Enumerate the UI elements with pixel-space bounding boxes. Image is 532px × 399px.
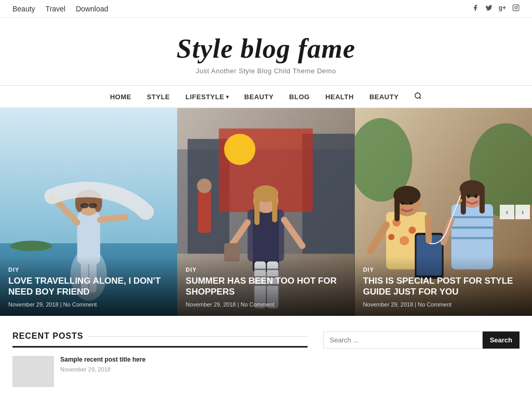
slide-1-category: DIY [8, 267, 169, 273]
nav-beauty[interactable]: BEAUTY [244, 93, 273, 101]
svg-rect-56 [394, 195, 400, 221]
slide-3-overlay: DIY THIS IS SPECIAL POST FOR STYLE GUIDE… [355, 256, 532, 316]
svg-point-70 [459, 199, 462, 202]
social-icons: g+ [472, 4, 520, 13]
svg-point-68 [467, 195, 470, 198]
nav-lifestyle[interactable]: LIFESTYLE ▾ [185, 93, 229, 101]
recent-posts-title: RECENT POSTS [12, 331, 308, 348]
nav-home[interactable]: HOME [110, 93, 131, 101]
top-bar: Beauty Travel Download g+ [0, 0, 532, 18]
svg-line-18 [100, 217, 125, 220]
svg-point-52 [400, 236, 409, 245]
svg-point-26 [224, 134, 256, 165]
svg-point-15 [89, 203, 97, 208]
slide-1[interactable]: DIY LOVE TRAVELLING ALONE, I DON'T NEED … [0, 108, 177, 316]
twitter-icon[interactable] [485, 4, 493, 13]
featured-slider: DIY LOVE TRAVELLING ALONE, I DON'T NEED … [0, 108, 532, 316]
top-nav-beauty[interactable]: Beauty [12, 5, 35, 13]
slide-3-meta: November 29, 2018 | No Comment [363, 301, 524, 308]
instagram-icon[interactable] [512, 4, 520, 13]
svg-rect-28 [248, 209, 284, 261]
nav-beauty2[interactable]: BEAUTY [369, 93, 398, 101]
nav-health[interactable]: HEALTH [325, 93, 354, 101]
svg-point-3 [415, 93, 420, 98]
svg-point-1 [515, 7, 517, 9]
slide-2-category: DIY [185, 267, 346, 273]
svg-rect-31 [255, 194, 260, 225]
svg-line-73 [428, 217, 429, 241]
top-nav-download[interactable]: Download [76, 5, 108, 13]
slide-2-overlay: DIY SUMMER HAS BEEN TOO HOT FOR SHOPPERS… [177, 256, 354, 316]
search-button[interactable]: Search [483, 331, 520, 349]
nav-blog[interactable]: BLOG [289, 93, 310, 101]
site-title: Style blog fame [10, 33, 522, 64]
nav-style[interactable]: STYLE [147, 93, 170, 101]
svg-point-2 [517, 6, 518, 7]
slide-3-title: THIS IS SPECIAL POST FOR STYLE GUIDE JUS… [363, 276, 524, 297]
slide-2-title: SUMMER HAS BEEN TOO HOT FOR SHOPPERS [185, 276, 346, 297]
slide-3[interactable]: ‹ › DIY THIS IS SPECIAL POST FOR STYLE G… [355, 108, 532, 316]
sidebar: Search [323, 331, 520, 387]
svg-point-14 [81, 203, 89, 208]
slide-1-title: LOVE TRAVELLING ALONE, I DON'T NEED BOY … [8, 276, 169, 297]
slide-3-category: DIY [363, 267, 524, 273]
svg-point-45 [197, 179, 211, 193]
slider-next-button[interactable]: › [515, 205, 530, 219]
svg-point-57 [401, 202, 404, 205]
site-header: Style blog fame Just Another Style Blog … [0, 18, 532, 85]
slide-2-meta: November 29, 2018 | No Comment [185, 301, 346, 308]
facebook-icon[interactable] [472, 4, 479, 13]
svg-rect-32 [272, 194, 277, 222]
svg-point-51 [408, 227, 416, 234]
svg-line-4 [420, 97, 421, 99]
slide-2[interactable]: DIY SUMMER HAS BEEN TOO HOT FOR SHOPPERS… [177, 108, 354, 316]
slide-1-meta: November 29, 2018 | No Comment [8, 301, 169, 308]
svg-rect-0 [513, 5, 519, 11]
svg-rect-67 [480, 189, 485, 214]
search-box: Search [323, 331, 520, 349]
chevron-down-icon: ▾ [226, 94, 229, 100]
main-nav: HOME STYLE LIFESTYLE ▾ BEAUTY BLOG HEALT… [0, 85, 532, 108]
google-plus-icon[interactable]: g+ [499, 4, 506, 13]
svg-point-69 [474, 195, 477, 198]
svg-rect-44 [198, 191, 211, 233]
recent-posts: RECENT POSTS Sample recent post title he… [12, 331, 308, 387]
top-nav-travel[interactable]: Travel [46, 5, 65, 13]
slider-prev-button[interactable]: ‹ [500, 205, 514, 219]
svg-point-7 [10, 241, 52, 251]
search-nav-icon[interactable] [414, 92, 422, 101]
svg-point-58 [409, 202, 413, 205]
top-nav: Beauty Travel Download [12, 5, 108, 13]
slide-1-overlay: DIY LOVE TRAVELLING ALONE, I DON'T NEED … [0, 256, 177, 316]
search-input[interactable] [323, 331, 483, 349]
svg-point-53 [388, 234, 394, 240]
site-subtitle: Just Another Style Blog Child Theme Demo [10, 67, 522, 75]
bottom-section: RECENT POSTS Sample recent post title he… [0, 316, 532, 397]
